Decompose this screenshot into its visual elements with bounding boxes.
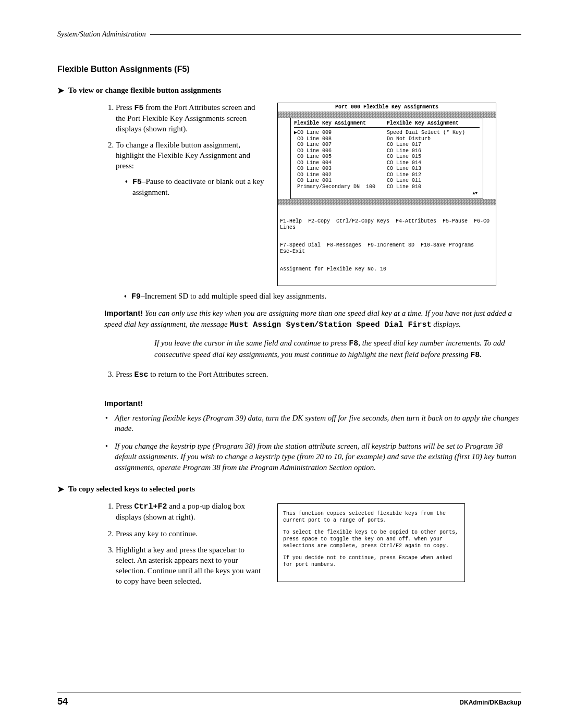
important-bullet-2: If you change the keystrip type (Program… [104, 441, 521, 473]
procedure-heading-2: ➤ To copy selected keys to selected port… [57, 484, 521, 494]
page-number: 54 [57, 696, 68, 707]
dither-bottom [278, 199, 496, 205]
procedure-heading-1: ➤ To view or change flexible button assi… [57, 85, 521, 95]
important-bullet-1: After restoring flexible keys (Program 3… [104, 413, 521, 434]
step-2: To change a flexible button assignment, … [116, 140, 266, 198]
p2-step-2: Press any key to continue. [116, 529, 266, 539]
arrow-icon: ➤ [57, 85, 64, 95]
p2-step-1: Press Ctrl+F2 and a pop-up dialog box di… [116, 501, 266, 523]
running-header: System/Station Administration [57, 30, 521, 39]
fkeys-line2: F7-Speed Dial F8-Messages F9-Increment S… [280, 242, 494, 254]
important-heading-2: Important! [104, 399, 521, 408]
procedure-2-title: To copy selected keys to selected ports [68, 485, 195, 493]
header-rule [150, 34, 521, 35]
substep-f5: F5–Pause to deactivate or blank out a ke… [125, 177, 266, 198]
p2-step-3: Highlight a key and press the spacebar t… [116, 545, 266, 586]
substep-f9: F9–Increment SD to add multiple speed di… [124, 291, 521, 302]
section-title: Flexible Button Assignments (F5) [57, 65, 521, 74]
colhead-left: Flexible Key Assignment [294, 120, 387, 127]
shot1-left-col: ▶CO Line 009 CO Line 008 CO Line 007 CO … [294, 130, 387, 190]
important-para-2: If you leave the cursor in the same fiel… [154, 338, 521, 361]
screenshot-copy-dialog: This function copies selected flexible k… [277, 503, 465, 582]
breadcrumb: System/Station Administration [57, 30, 146, 39]
shot2-p1: This function copies selected flexible k… [283, 510, 459, 524]
screenshot-flexible-key: Port 000 Flexible Key Assignments Flexib… [277, 103, 496, 286]
procedure-1-title: To view or change flexible button assign… [68, 86, 221, 95]
fkeys-line3: Assignment for Flexible Key No. 10 [280, 266, 494, 273]
shot1-title: Port 000 Flexible Key Assignments [278, 103, 496, 112]
fkeys-line1: F1-Help F2-Copy Ctrl/F2-Copy Keys F4-Att… [280, 218, 494, 230]
page-footer: 54 DKAdmin/DKBackup [57, 693, 521, 707]
step-1: Press F5 from the Port Attributes screen… [116, 103, 266, 134]
important-note-1: Important! You can only use this key whe… [104, 308, 521, 330]
dither-top [278, 112, 496, 118]
step-3: Press Esc to return to the Port Attribut… [116, 369, 521, 380]
scroll-indicator: ▲▼ [294, 190, 480, 195]
shot1-right-col: Speed Dial Select (* Key) Do Not Disturb… [387, 130, 480, 190]
shot2-p3: If you decide not to continue, press Esc… [283, 554, 459, 568]
colhead-right: Flexible Key Assignment [387, 120, 480, 127]
arrow-icon: ➤ [57, 484, 64, 494]
doc-title: DKAdmin/DKBackup [459, 699, 521, 706]
shot2-p2: To select the flexible keys to be copied… [283, 529, 459, 549]
